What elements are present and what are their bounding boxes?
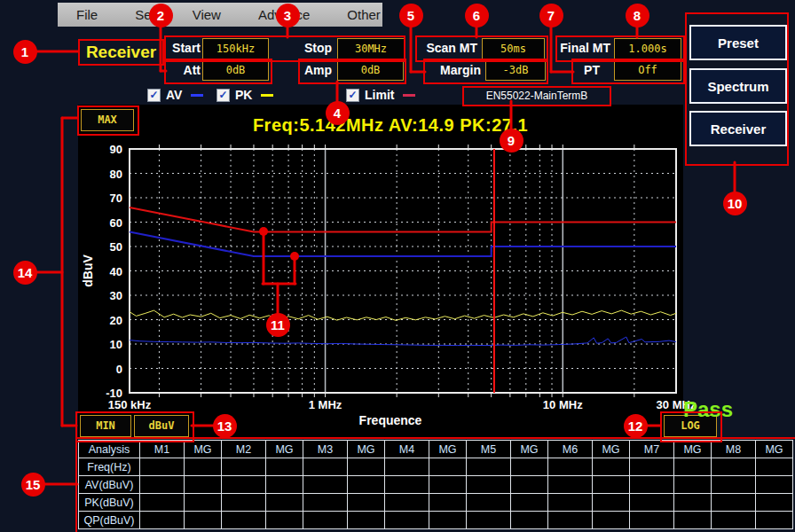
svg-text:30: 30 — [110, 289, 122, 302]
spectrum-button[interactable]: Spectrum — [689, 68, 787, 104]
amp-field[interactable]: 0dB — [337, 60, 404, 81]
analysis-table: AnalysisM1MGM2MGM3MGM4MGM5MGM6MGM7MGM8MG… — [78, 440, 793, 529]
limit-standard-label: EN55022-MainTermB — [462, 86, 611, 106]
table-cell — [385, 476, 429, 494]
table-row: Freq(Hz) — [79, 458, 793, 476]
table-cell — [385, 494, 429, 512]
table-cell — [429, 512, 467, 529]
table-cell — [140, 512, 185, 529]
table-cell — [467, 512, 511, 529]
menu-item-other[interactable]: Other — [328, 7, 399, 22]
svg-text:1 MHz: 1 MHz — [309, 398, 342, 411]
table-cell — [222, 458, 266, 476]
table-row: PK(dBuV) — [79, 494, 793, 512]
menu-item-set[interactable]: Set — [116, 7, 174, 22]
callout-6: 6 — [465, 4, 489, 27]
svg-text:70: 70 — [110, 192, 122, 205]
table-cell — [593, 476, 630, 494]
table-cell — [712, 512, 756, 529]
svg-text:150 kHz: 150 kHz — [108, 398, 152, 411]
table-cell — [712, 458, 756, 476]
table-cell — [303, 476, 348, 494]
table-cell — [467, 494, 511, 512]
callout-8: 8 — [626, 4, 649, 27]
table-header-cell: M7 — [630, 441, 674, 458]
table-header-cell: MG — [266, 441, 303, 458]
callout-10: 10 — [723, 192, 747, 215]
av-legend-item: ✓AV — [147, 88, 203, 102]
menu-item-file[interactable]: File — [58, 7, 116, 22]
table-cell — [303, 458, 348, 476]
table-header-row: AnalysisM1MGM2MGM3MGM4MGM5MGM6MGM7MGM8MG — [79, 441, 793, 458]
table-cell — [222, 494, 266, 512]
final-mt-label: Final MT — [550, 41, 610, 57]
table-cell — [185, 512, 222, 529]
margin-field[interactable]: -3dB — [485, 60, 546, 81]
table-cell — [548, 512, 593, 529]
receiver-button[interactable]: Receiver — [689, 111, 787, 146]
max-button[interactable]: MAX — [81, 109, 134, 131]
att-field[interactable]: 0dB — [202, 60, 269, 81]
av-color-swatch — [191, 94, 203, 97]
table-cell — [429, 494, 467, 512]
callout-15: 15 — [21, 473, 45, 497]
table-cell — [756, 494, 793, 512]
menu-item-advance[interactable]: Advance — [240, 7, 328, 22]
av-legend-label: AV — [166, 88, 182, 102]
table-cell — [593, 512, 630, 529]
table-cell — [185, 476, 222, 494]
table-cell — [348, 476, 385, 494]
table-cell — [385, 512, 429, 529]
av-checkbox[interactable]: ✓ — [147, 89, 161, 102]
table-cell — [185, 494, 222, 512]
unit-button[interactable]: dBuV — [134, 415, 189, 437]
table-cell — [511, 512, 548, 529]
table-cell — [185, 458, 222, 476]
table-header-cell: MG — [511, 441, 548, 458]
table-row-label: PK(dBuV) — [79, 494, 140, 512]
menu-item-view[interactable]: View — [174, 7, 240, 22]
table-header-cell: M2 — [222, 441, 266, 458]
pt-field[interactable]: Off — [614, 60, 681, 81]
svg-text:80: 80 — [110, 168, 122, 181]
callout-1: 1 — [13, 40, 37, 64]
table-header-cell: MG — [348, 441, 385, 458]
svg-text:50: 50 — [110, 240, 122, 254]
callout-14: 14 — [13, 261, 37, 285]
margin-label: Margin — [424, 63, 481, 79]
pt-label: PT — [550, 63, 600, 79]
table-header-cell: M6 — [548, 441, 593, 458]
stop-field[interactable]: 30MHz — [337, 38, 405, 59]
amp-label: Amp — [291, 63, 332, 79]
svg-text:20: 20 — [110, 314, 122, 327]
table-cell — [674, 458, 712, 476]
table-header-cell: MG — [593, 441, 630, 458]
table-header-cell: M5 — [467, 441, 511, 458]
pass-status: Pass — [683, 397, 733, 422]
limit-legend-item: ✓Limit — [346, 88, 415, 102]
min-button[interactable]: MIN — [80, 415, 131, 437]
spectrum-chart[interactable]: -100102030405060708090dBuV150 kHz1 MHz10… — [78, 105, 683, 439]
pk-legend-label: PK — [235, 88, 252, 102]
preset-button[interactable]: Preset — [689, 25, 787, 60]
limit-checkbox[interactable]: ✓ — [346, 89, 359, 102]
table-cell — [511, 458, 548, 476]
final-mt-field[interactable]: 1.000s — [614, 38, 681, 59]
att-label: Att — [160, 63, 201, 79]
table-header-cell: MG — [185, 441, 222, 458]
pk-checkbox[interactable]: ✓ — [216, 89, 230, 102]
scan-mt-field[interactable]: 50ms — [482, 38, 545, 59]
limit-color-swatch — [403, 94, 415, 97]
table-cell — [140, 494, 185, 512]
table-cell — [429, 458, 467, 476]
table-cell — [548, 494, 593, 512]
table-cell — [630, 494, 674, 512]
table-cell — [467, 458, 511, 476]
table-cell — [630, 458, 674, 476]
start-field[interactable]: 150kHz — [202, 38, 269, 59]
table-header-cell: MG — [756, 441, 793, 458]
table-cell — [303, 494, 348, 512]
table-header-cell: MG — [674, 441, 712, 458]
table-cell — [593, 494, 630, 512]
marker-readout: Freq:5.142MHz AV:14.9 PK:27.1 — [204, 115, 577, 136]
